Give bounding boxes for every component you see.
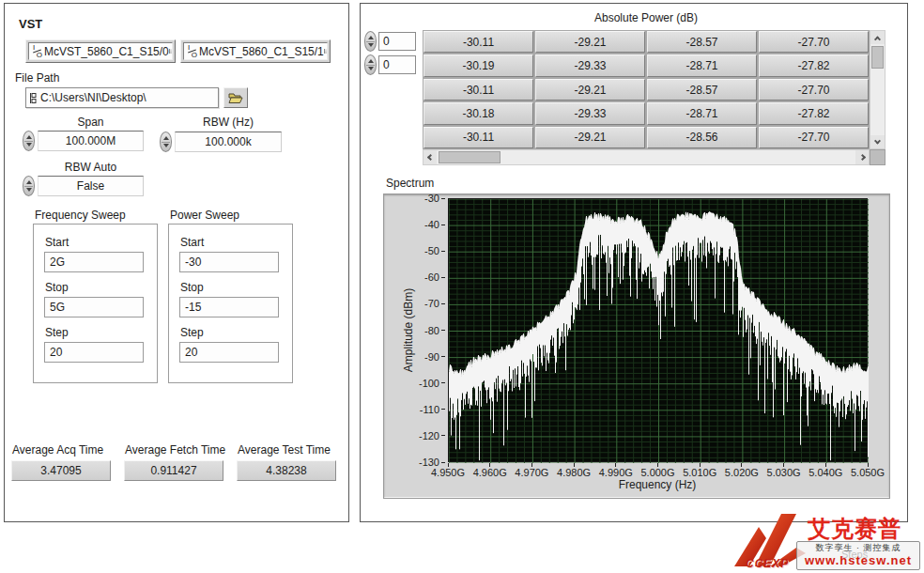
table-cell[interactable]: -27.82 <box>759 102 869 124</box>
power-stop-label: Stop <box>180 281 204 294</box>
table-cell[interactable]: -29.21 <box>535 79 645 101</box>
table-row: -30.11-29.21-28.57-27.70 <box>424 31 869 53</box>
span-field[interactable]: 100.000M <box>38 131 144 151</box>
index-1-spinner[interactable] <box>364 54 377 75</box>
y-tick-label: -110 <box>402 402 445 417</box>
table-cell[interactable]: -27.70 <box>759 31 869 53</box>
table-index-0[interactable]: 0 <box>364 31 416 52</box>
span-label: Span <box>38 116 144 129</box>
table-row: -30.11-29.21-28.57-27.70 <box>424 79 869 101</box>
vertical-scroll-thumb[interactable] <box>871 46 884 69</box>
table-cell[interactable]: -30.18 <box>424 102 533 124</box>
spectrum-title: Spectrum <box>386 177 434 190</box>
span-spinner[interactable] <box>23 131 35 151</box>
spectrum-trace <box>449 199 869 463</box>
vst-device-1-value: McVST_5860_C1_S15/1 <box>199 45 324 58</box>
vendor-watermark: Steps CCEXP 艾克赛普 数字孪生 · 测控集成 www.hstesw.… <box>721 510 924 573</box>
spectrum-plot-area[interactable] <box>448 198 868 462</box>
scroll-down-button[interactable] <box>870 135 885 148</box>
freq-start-field[interactable]: 2G <box>44 252 144 272</box>
freq-stop-field[interactable]: 5G <box>44 297 144 317</box>
freq-step-field[interactable]: 20 <box>44 342 144 363</box>
table-index-1[interactable]: 0 <box>364 54 416 75</box>
chevron-right-icon <box>858 154 865 161</box>
table-cell[interactable]: -28.56 <box>647 127 757 148</box>
table-cell[interactable]: -29.33 <box>535 102 645 124</box>
freq-start-label: Start <box>45 236 69 249</box>
table-row: -30.11-29.21-28.56-27.70 <box>424 127 869 148</box>
rbw-auto-spinner[interactable] <box>23 176 35 196</box>
vst-device-dropdown-1[interactable]: IO McVST_5860_C1_S15/1 <box>180 39 331 63</box>
index-0-spinner[interactable] <box>364 31 377 52</box>
horizontal-scroll-thumb[interactable] <box>439 151 500 163</box>
y-tick-label: -40 <box>402 217 445 232</box>
table-cell[interactable]: -29.21 <box>535 127 645 148</box>
scroll-up-button[interactable] <box>870 31 885 44</box>
index-0-value[interactable]: 0 <box>378 32 416 51</box>
table-cell[interactable]: -27.82 <box>759 54 869 76</box>
vst-device-0-value: McVST_5860_C1_S15/0 <box>44 45 169 58</box>
io-name-icon: IO <box>187 44 197 58</box>
freq-step-label: Step <box>45 326 69 339</box>
vendor-chinese-name: 艾克赛普 <box>808 514 901 544</box>
table-cell[interactable]: -29.21 <box>535 31 645 53</box>
dropdown-arrow-button[interactable] <box>324 49 328 54</box>
freq-stop-label: Stop <box>45 281 69 294</box>
power-table-title: Absolute Power (dB) <box>423 11 870 24</box>
rbw-spinner[interactable] <box>160 132 172 152</box>
vst-device-1-value-area: IO McVST_5860_C1_S15/1 <box>183 42 328 60</box>
vendor-url: www.hstesw.net <box>797 553 919 567</box>
rbw-label: RBW (Hz) <box>175 116 282 129</box>
table-cell[interactable]: -30.11 <box>424 79 533 101</box>
dropdown-arrow-button[interactable] <box>169 49 173 54</box>
table-cell[interactable]: -29.33 <box>535 54 645 76</box>
vst-device-0-value-area: IO McVST_5860_C1_S15/0 <box>28 42 173 60</box>
avg-fetch-time-value: 0.911427 <box>124 460 223 481</box>
table-cell[interactable]: -30.11 <box>424 127 533 148</box>
avg-acq-time-value: 3.47095 <box>11 460 111 481</box>
table-cell[interactable]: -28.57 <box>647 31 757 53</box>
io-name-icon: IO <box>32 44 42 58</box>
path-type-icon <box>29 92 38 104</box>
table-row: -30.18-29.33-28.71-27.82 <box>424 102 869 124</box>
table-vertical-scrollbar[interactable] <box>870 30 886 149</box>
x-tick-label: 5.050G <box>843 463 892 478</box>
power-stop-field[interactable]: -15 <box>179 297 279 317</box>
power-start-field[interactable]: -30 <box>179 252 279 272</box>
table-horizontal-scrollbar[interactable] <box>423 149 870 165</box>
table-cell[interactable]: -28.57 <box>647 79 757 101</box>
avg-fetch-time-label: Average Fetch Time <box>125 443 225 457</box>
avg-test-time-value: 4.38238 <box>237 460 336 481</box>
frequency-sweep-label: Frequency Sweep <box>35 209 126 222</box>
scrollbar-corner <box>870 149 886 165</box>
accexp-brand-text: CCEXP <box>746 557 789 570</box>
file-path-input[interactable]: C:\Users\NI\Desktop\ <box>25 87 219 108</box>
vendor-tagline: 数字孪生 · 测控集成 <box>797 542 919 553</box>
y-tick-label: -30 <box>402 191 445 206</box>
scroll-left-button[interactable] <box>424 150 437 164</box>
rbw-auto-field[interactable]: False <box>38 176 144 196</box>
power-sweep-label: Power Sweep <box>170 209 239 222</box>
browse-folder-button[interactable] <box>223 87 248 108</box>
y-tick-label: -120 <box>402 428 445 443</box>
vst-device-dropdown-0[interactable]: IO McVST_5860_C1_S15/0 <box>25 39 176 63</box>
avg-acq-time-label: Average Acq Time <box>12 443 103 457</box>
table-cell[interactable]: -27.70 <box>759 79 869 101</box>
index-1-value[interactable]: 0 <box>378 55 416 74</box>
y-axis-title: Amplitude (dBm) <box>402 279 416 382</box>
scroll-right-button[interactable] <box>855 150 869 164</box>
table-cell[interactable]: -30.19 <box>424 54 533 76</box>
vst-frontpanel: VST IO McVST_5860_C1_S15/0 IO McVST_5860… <box>0 0 924 573</box>
table-cell[interactable]: -27.70 <box>759 127 869 148</box>
file-path-label: File Path <box>15 71 59 85</box>
power-start-label: Start <box>180 236 204 249</box>
rbw-field[interactable]: 100.000k <box>175 132 282 152</box>
avg-test-time-label: Average Test Time <box>238 443 331 457</box>
table-cell[interactable]: -30.11 <box>424 31 533 53</box>
y-tick-label: -50 <box>402 243 445 258</box>
table-cell[interactable]: -28.71 <box>647 102 757 124</box>
table-cell[interactable]: -28.71 <box>647 54 757 76</box>
vendor-tagline-box: 数字孪生 · 测控集成 www.hstesw.net <box>796 541 920 570</box>
power-step-field[interactable]: 20 <box>179 342 279 363</box>
x-axis-title: Frequency (Hz) <box>563 478 751 491</box>
